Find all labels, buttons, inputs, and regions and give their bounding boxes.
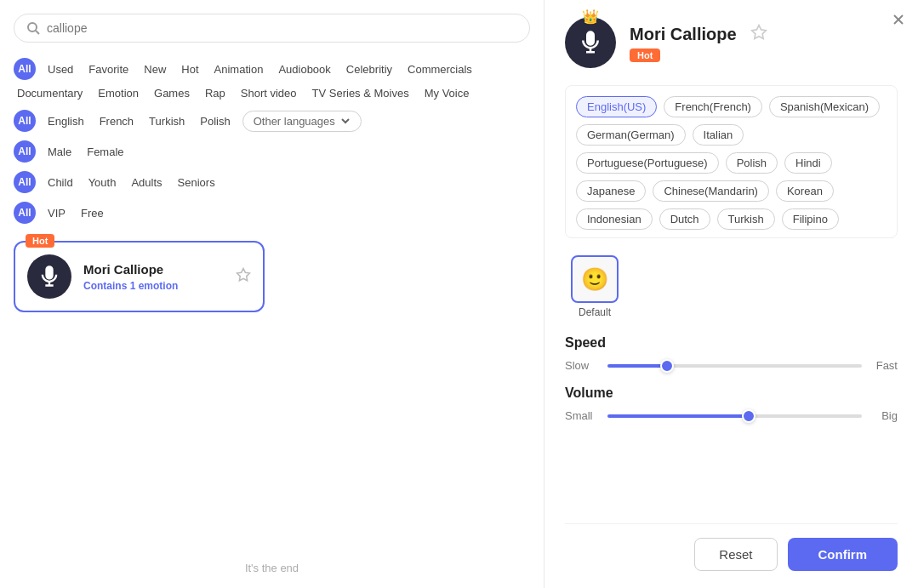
volume-big-label: Big <box>870 409 898 422</box>
lang-chip-spanish[interactable]: Spanish(Mexican) <box>769 96 880 117</box>
lang-chip-italian[interactable]: Italian <box>693 124 744 146</box>
star-icon <box>236 267 251 283</box>
category-filter-row: All Used Favorite New Hot Animation Audi… <box>14 58 530 101</box>
end-text: It's the end <box>14 528 530 574</box>
chevron-down-icon <box>340 116 351 126</box>
lang-chip-turkish[interactable]: Turkish <box>717 208 775 230</box>
lang-chip-portuguese[interactable]: Portuguese(Portuguese) <box>576 152 719 174</box>
star-header-icon <box>750 24 767 41</box>
lang-chip-french[interactable]: French(French) <box>664 96 762 117</box>
filter-male[interactable]: Male <box>44 144 75 160</box>
voice-card-subtitle: Contains 1 emotion <box>83 280 224 292</box>
lang-chip-german[interactable]: German(German) <box>576 124 686 146</box>
filter-hot[interactable]: Hot <box>178 61 202 77</box>
pricing-all-button[interactable]: All <box>14 202 36 224</box>
filter-polish[interactable]: Polish <box>197 113 233 129</box>
language-all-button[interactable]: All <box>14 110 36 132</box>
gender-all-button[interactable]: All <box>14 140 36 163</box>
filter-tv-series[interactable]: TV Series & Moives <box>309 85 413 101</box>
search-bar: calliope <box>14 14 530 43</box>
filter-adults[interactable]: Adults <box>128 174 165 191</box>
voice-header: 👑 Mori Calliope Hot <box>565 17 898 68</box>
filter-animation[interactable]: Animation <box>211 61 267 77</box>
voice-header-info: Mori Calliope Hot <box>630 24 767 62</box>
filter-games[interactable]: Games <box>151 85 193 101</box>
age-all-button[interactable]: All <box>14 171 36 193</box>
filter-french[interactable]: French <box>96 113 137 129</box>
volume-section: Volume Small Big <box>565 385 898 422</box>
speed-title: Speed <box>565 335 898 351</box>
emotion-default-label: Default <box>579 306 611 318</box>
filter-emotion[interactable]: Emotion <box>94 85 142 101</box>
voice-avatar <box>27 254 71 299</box>
lang-chip-korean[interactable]: Korean <box>776 180 834 202</box>
speed-slow-label: Slow <box>565 359 599 372</box>
speed-fast-label: Fast <box>870 359 898 372</box>
filter-rap[interactable]: Rap <box>202 85 229 101</box>
microphone-large-icon <box>578 30 603 55</box>
other-languages-dropdown[interactable]: Other languages <box>242 111 362 132</box>
crown-icon: 👑 <box>582 9 599 25</box>
emotion-section: 🙂 Default <box>565 255 898 318</box>
voice-header-name: Mori Calliope <box>630 25 737 44</box>
filter-new[interactable]: New <box>140 61 169 77</box>
filter-short-video[interactable]: Short video <box>237 85 300 101</box>
svg-marker-2 <box>237 269 250 281</box>
filter-audiobook[interactable]: Audiobook <box>275 61 334 77</box>
footer-buttons: Reset Confirm <box>565 523 898 571</box>
svg-point-0 <box>28 23 37 31</box>
search-icon <box>26 21 40 35</box>
filter-my-voice[interactable]: My Voice <box>421 85 473 101</box>
filter-female[interactable]: Female <box>83 144 127 160</box>
language-chips-container: English(US) French(French) Spanish(Mexic… <box>565 85 898 238</box>
voice-card-mori-calliope[interactable]: Hot Mori Calliope Contains 1 emotion <box>14 241 265 312</box>
confirm-button[interactable]: Confirm <box>788 538 898 571</box>
voice-header-avatar: 👑 <box>565 17 616 68</box>
filter-child[interactable]: Child <box>44 174 77 191</box>
volume-slider-row: Small Big <box>565 409 898 422</box>
lang-chip-filipino[interactable]: Filipino <box>782 208 839 230</box>
filter-favorite[interactable]: Favorite <box>85 61 132 77</box>
lang-chip-english-us[interactable]: English(US) <box>576 96 657 117</box>
search-input[interactable]: calliope <box>47 21 517 35</box>
lang-chip-dutch[interactable]: Dutch <box>659 208 710 230</box>
left-panel: calliope All Used Favorite New Hot Anima… <box>0 0 545 588</box>
volume-slider[interactable] <box>607 414 862 418</box>
volume-title: Volume <box>565 385 898 401</box>
microphone-icon <box>37 265 61 288</box>
speed-section: Speed Slow Fast <box>565 335 898 372</box>
close-button[interactable] <box>891 12 906 31</box>
pricing-filter-row: All VIP Free <box>14 202 530 224</box>
lang-chip-hindi[interactable]: Hindi <box>784 152 832 174</box>
speed-slider-row: Slow Fast <box>565 359 898 372</box>
filter-commercials[interactable]: Commercials <box>404 61 476 77</box>
voice-header-star[interactable] <box>750 24 767 45</box>
hot-badge-header: Hot <box>630 49 660 62</box>
voice-info: Mori Calliope Contains 1 emotion <box>83 262 224 292</box>
hot-badge: Hot <box>26 234 54 248</box>
filter-turkish[interactable]: Turkish <box>145 113 188 129</box>
language-filter-row: All English French Turkish Polish Other … <box>14 110 530 132</box>
favorite-star-button[interactable] <box>236 267 251 286</box>
age-filter-row: All Child Youth Adults Seniors <box>14 171 530 193</box>
gender-filter-row: All Male Female <box>14 140 530 163</box>
speed-slider[interactable] <box>607 364 862 368</box>
category-all-button[interactable]: All <box>14 58 36 80</box>
lang-chip-chinese[interactable]: Chinese(Mandarin) <box>653 180 769 202</box>
close-icon <box>891 12 906 27</box>
filter-seniors[interactable]: Seniors <box>174 174 219 191</box>
emotion-default-card[interactable]: 🙂 Default <box>565 255 624 318</box>
filter-used[interactable]: Used <box>44 61 77 77</box>
filter-celebritiy[interactable]: Celebritiy <box>343 61 396 77</box>
filter-english[interactable]: English <box>44 113 88 129</box>
reset-button[interactable]: Reset <box>694 538 777 571</box>
filter-vip[interactable]: VIP <box>44 205 69 221</box>
svg-line-1 <box>36 31 39 34</box>
filter-youth[interactable]: Youth <box>85 174 120 191</box>
svg-marker-5 <box>751 25 766 38</box>
lang-chip-polish[interactable]: Polish <box>726 152 778 174</box>
filter-documentary[interactable]: Documentary <box>14 85 86 101</box>
lang-chip-japanese[interactable]: Japanese <box>576 180 646 202</box>
filter-free[interactable]: Free <box>77 205 107 221</box>
lang-chip-indonesian[interactable]: Indonesian <box>576 208 653 230</box>
